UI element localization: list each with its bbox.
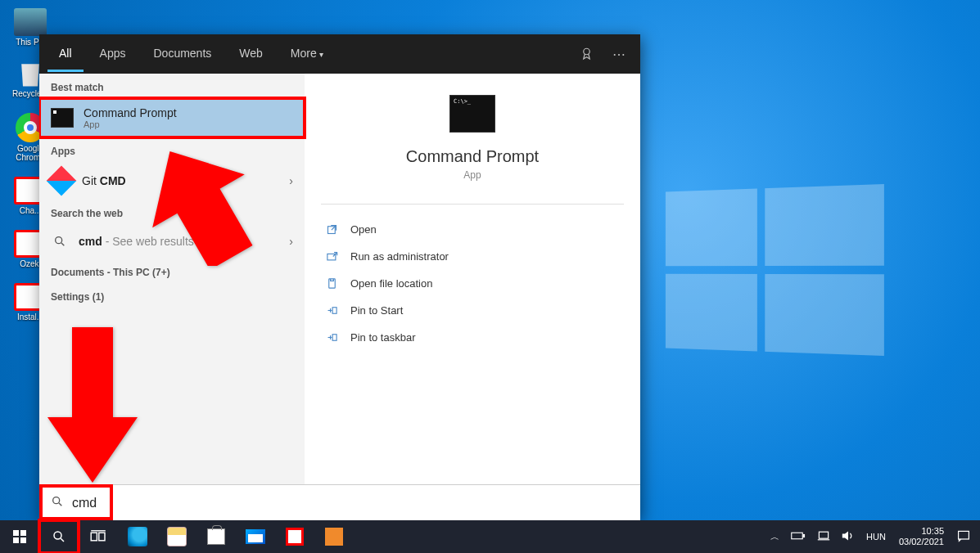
svg-point-10 bbox=[54, 532, 61, 539]
svg-point-0 bbox=[584, 48, 590, 55]
tray-network-icon[interactable] bbox=[812, 530, 835, 543]
section-settings[interactable]: Settings (1) bbox=[39, 283, 305, 308]
preview-type: App bbox=[463, 169, 481, 181]
pin-icon bbox=[324, 331, 339, 344]
svg-rect-17 bbox=[959, 531, 969, 539]
tray-chevron-up-icon[interactable]: ︿ bbox=[765, 531, 784, 543]
results-list: Best match Command Prompt App Apps Git C… bbox=[39, 74, 305, 484]
preview-title: Command Prompt bbox=[406, 147, 539, 166]
preview-cmd-icon bbox=[449, 95, 495, 133]
result-subtitle: App bbox=[84, 119, 177, 129]
svg-rect-11 bbox=[91, 533, 97, 541]
section-apps: Apps bbox=[39, 137, 305, 162]
tab-all[interactable]: All bbox=[47, 37, 84, 72]
tab-web[interactable]: Web bbox=[228, 37, 274, 72]
folder-icon bbox=[324, 277, 339, 290]
action-open-location[interactable]: Open file location bbox=[305, 270, 640, 297]
tray-clock[interactable]: 10:35 03/02/2021 bbox=[892, 526, 951, 547]
chevron-right-icon[interactable]: › bbox=[289, 235, 293, 248]
svg-marker-16 bbox=[842, 531, 848, 540]
result-preview-pane: Command Prompt App Open Run as administr… bbox=[305, 74, 640, 484]
tray-notifications-icon[interactable] bbox=[952, 529, 975, 544]
task-view-button[interactable] bbox=[79, 520, 118, 553]
taskbar-app-store[interactable] bbox=[196, 520, 236, 553]
svg-rect-12 bbox=[99, 533, 105, 541]
taskbar-app-explorer[interactable] bbox=[157, 520, 196, 553]
section-search-web: Search the web bbox=[39, 200, 305, 224]
svg-rect-5 bbox=[332, 308, 336, 314]
search-icon bbox=[51, 495, 64, 511]
svg-rect-6 bbox=[332, 335, 336, 341]
taskbar-app-edge[interactable] bbox=[118, 520, 157, 553]
chevron-right-icon[interactable]: › bbox=[289, 174, 293, 187]
svg-rect-4 bbox=[328, 279, 335, 288]
result-web-cmd[interactable]: cmd - See web results › bbox=[39, 224, 305, 259]
result-title: Command Prompt bbox=[84, 106, 177, 119]
svg-point-7 bbox=[53, 497, 60, 503]
action-run-admin[interactable]: Run as administrator bbox=[305, 243, 640, 270]
open-icon bbox=[324, 223, 339, 236]
taskbar-app-orange[interactable] bbox=[314, 520, 354, 553]
search-icon bbox=[51, 232, 69, 250]
svg-point-1 bbox=[56, 237, 62, 244]
action-open[interactable]: Open bbox=[305, 216, 640, 243]
section-best-match: Best match bbox=[39, 74, 305, 98]
divider bbox=[321, 204, 624, 205]
search-box[interactable] bbox=[39, 484, 640, 520]
svg-rect-15 bbox=[819, 532, 828, 538]
svg-rect-14 bbox=[803, 535, 805, 537]
windows-logo-wallpaper bbox=[666, 184, 884, 356]
pin-icon bbox=[324, 304, 339, 317]
svg-rect-13 bbox=[792, 533, 803, 539]
tray-volume-icon[interactable] bbox=[837, 530, 860, 543]
taskbar-search-button[interactable] bbox=[39, 520, 79, 553]
action-pin-taskbar[interactable]: Pin to taskbar bbox=[305, 324, 640, 351]
tab-documents[interactable]: Documents bbox=[142, 37, 223, 72]
result-git-cmd[interactable]: Git CMD › bbox=[39, 162, 305, 200]
tray-language[interactable]: HUN bbox=[861, 532, 891, 542]
taskbar-app-red[interactable] bbox=[275, 520, 314, 553]
taskbar: ︿ HUN 10:35 03/02/2021 bbox=[0, 520, 980, 553]
tray-battery-icon[interactable] bbox=[786, 531, 811, 542]
search-input[interactable] bbox=[72, 496, 629, 510]
more-options-icon[interactable]: ⋯ bbox=[606, 41, 632, 67]
git-icon bbox=[47, 166, 77, 196]
rewards-icon[interactable] bbox=[575, 41, 601, 67]
section-documents[interactable]: Documents - This PC (7+) bbox=[39, 259, 305, 283]
start-search-panel: All Apps Documents Web More ⋯ Best match… bbox=[39, 34, 640, 520]
start-button[interactable] bbox=[0, 520, 39, 553]
result-command-prompt[interactable]: Command Prompt App bbox=[39, 98, 305, 137]
system-tray: ︿ HUN 10:35 03/02/2021 bbox=[765, 526, 980, 547]
tab-apps[interactable]: Apps bbox=[88, 37, 138, 72]
shield-icon bbox=[324, 250, 339, 263]
tab-more[interactable]: More bbox=[279, 37, 335, 72]
search-tabs: All Apps Documents Web More ⋯ bbox=[39, 34, 640, 74]
taskbar-app-mail[interactable] bbox=[236, 520, 275, 553]
cmd-icon bbox=[51, 108, 74, 128]
action-pin-start[interactable]: Pin to Start bbox=[305, 297, 640, 324]
